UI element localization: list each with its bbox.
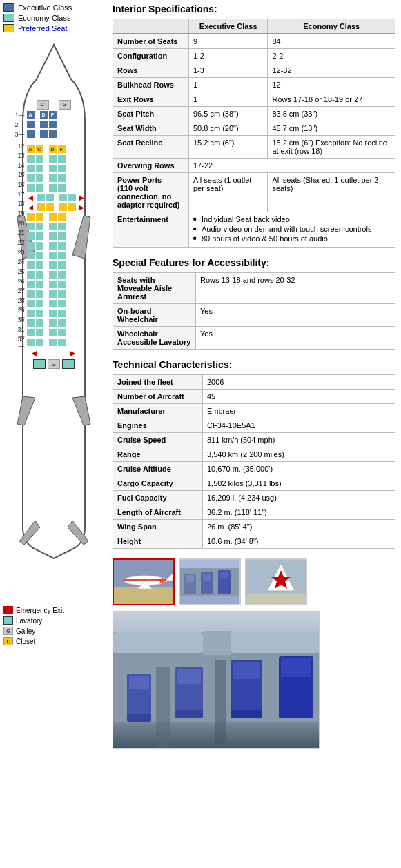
seat-31c[interactable]	[36, 329, 43, 336]
seat-28a[interactable]	[27, 300, 35, 307]
seat-23d[interactable]	[49, 252, 57, 259]
seat-19a[interactable]	[27, 213, 35, 221]
seat-16c[interactable]	[36, 184, 43, 192]
seat-31a[interactable]	[27, 329, 35, 336]
thumb-3[interactable]	[245, 558, 307, 605]
seat-2a[interactable]	[27, 121, 35, 128]
seat-14d[interactable]	[49, 165, 57, 172]
seat-20a[interactable]	[27, 223, 35, 230]
seat-21f[interactable]	[58, 232, 66, 240]
seat-17a[interactable]	[37, 194, 45, 201]
seat-27d[interactable]	[49, 290, 57, 298]
seat-19f[interactable]	[58, 213, 66, 221]
thumb-1[interactable]: 🍁	[113, 558, 175, 605]
preferred-label[interactable]: Preferred Seat	[18, 24, 68, 32]
seat-3f[interactable]	[49, 130, 57, 138]
seat-23f[interactable]	[58, 252, 66, 259]
seat-13a[interactable]	[27, 155, 35, 163]
seat-28f[interactable]	[58, 300, 66, 307]
seat-14f[interactable]	[58, 165, 66, 172]
seat-15d[interactable]	[49, 174, 57, 182]
seat-21c[interactable]	[36, 232, 43, 240]
seat-14a[interactable]	[27, 165, 35, 172]
seat-19c[interactable]	[36, 213, 43, 221]
seat-23a[interactable]	[27, 252, 35, 259]
seat-1a[interactable]: A	[27, 111, 35, 119]
seat-13d[interactable]	[49, 155, 57, 163]
seat-12d[interactable]: D	[49, 145, 57, 153]
seat-13f[interactable]	[58, 155, 66, 163]
seat-30d[interactable]	[49, 319, 57, 327]
seat-30a[interactable]	[27, 319, 35, 327]
thumb-2[interactable]	[179, 558, 241, 605]
seat-31f[interactable]	[58, 329, 66, 336]
seat-20d[interactable]	[49, 223, 57, 230]
seat-21d[interactable]	[49, 232, 57, 240]
seat-26a[interactable]	[27, 281, 35, 288]
seat-25c[interactable]	[36, 271, 43, 279]
seat-16a[interactable]	[27, 184, 35, 192]
seat-1f[interactable]: F	[49, 111, 57, 119]
seat-32c[interactable]	[36, 339, 43, 346]
seat-23c[interactable]	[36, 252, 43, 259]
seat-30f[interactable]	[58, 319, 66, 327]
seat-29d[interactable]	[49, 310, 57, 317]
seat-24d[interactable]	[49, 261, 57, 269]
seat-17f[interactable]	[68, 194, 76, 201]
seat-26d[interactable]	[49, 281, 57, 288]
seat-29c[interactable]	[36, 310, 43, 317]
seat-2d[interactable]	[40, 121, 48, 128]
seat-16d[interactable]	[49, 184, 57, 192]
seat-3d[interactable]	[40, 130, 48, 138]
svg-rect-40	[215, 660, 226, 743]
seat-26f[interactable]	[58, 281, 66, 288]
seat-29a[interactable]	[27, 310, 35, 317]
seat-17c[interactable]	[46, 194, 54, 201]
seat-1d[interactable]: D	[40, 111, 48, 119]
seat-12a[interactable]: A	[27, 145, 35, 153]
seat-24f[interactable]	[58, 261, 66, 269]
seat-15f[interactable]	[58, 174, 66, 182]
seat-20c[interactable]	[36, 223, 43, 230]
seat-22a[interactable]	[27, 242, 35, 250]
seat-2f[interactable]	[49, 121, 57, 128]
seat-17d[interactable]	[59, 194, 67, 201]
seat-3a[interactable]	[27, 130, 35, 138]
seat-12c[interactable]: C	[36, 145, 43, 153]
seat-18c[interactable]	[46, 203, 54, 211]
seat-21a[interactable]	[27, 232, 35, 240]
seat-22d[interactable]	[49, 242, 57, 250]
seat-28d[interactable]	[49, 300, 57, 307]
seat-18d[interactable]	[59, 203, 67, 211]
seat-25a[interactable]	[27, 271, 35, 279]
seat-24c[interactable]	[36, 261, 43, 269]
seat-27f[interactable]	[58, 290, 66, 298]
svg-rect-25	[231, 632, 320, 653]
seat-19d[interactable]	[49, 213, 57, 221]
seat-26c[interactable]	[36, 281, 43, 288]
seat-22c[interactable]	[36, 242, 43, 250]
seat-27a[interactable]	[27, 290, 35, 298]
seat-18f[interactable]	[68, 203, 76, 211]
seat-32f[interactable]	[58, 339, 66, 346]
seat-16f[interactable]	[58, 184, 66, 192]
seat-13c[interactable]	[36, 155, 43, 163]
seat-30c[interactable]	[36, 319, 43, 327]
seat-25d[interactable]	[49, 271, 57, 279]
seat-24a[interactable]	[27, 261, 35, 269]
seat-14c[interactable]	[36, 165, 43, 172]
seat-32d[interactable]	[49, 339, 57, 346]
seat-22f[interactable]	[58, 242, 66, 250]
seat-28c[interactable]	[36, 300, 43, 307]
seat-18a[interactable]	[37, 203, 45, 211]
seat-27c[interactable]	[36, 290, 43, 298]
seat-12f[interactable]: F	[58, 145, 66, 153]
tech-label-6: Cruise Altitude	[113, 462, 203, 476]
seat-20f[interactable]	[58, 223, 66, 230]
seat-32a[interactable]	[27, 339, 35, 346]
seat-31d[interactable]	[49, 329, 57, 336]
seat-25f[interactable]	[58, 271, 66, 279]
seat-29f[interactable]	[58, 310, 66, 317]
seat-15c[interactable]	[36, 174, 43, 182]
seat-15a[interactable]	[27, 174, 35, 182]
